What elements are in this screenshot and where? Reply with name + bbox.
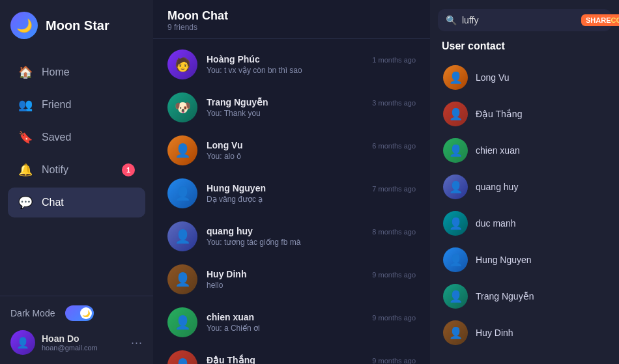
user-profile: 👤 Hoan Do hoan@gmail.com ··· — [10, 330, 143, 355]
chat-info: Đậu Thắng 9 months ago không bị sao cả — [207, 355, 416, 364]
dark-mode-label: Dark Mode — [10, 308, 55, 318]
chat-time: 9 months ago — [372, 357, 416, 364]
dark-mode-toggle[interactable]: 🌙 — [65, 305, 94, 321]
chat-name-row: Long Vu 6 months ago — [207, 140, 416, 150]
chat-name: Huy Dinh — [207, 269, 246, 279]
contact-item[interactable]: 👤 duc manh — [438, 206, 611, 241]
chat-item[interactable]: 👤 Hung Nguyen 7 months ago Dạ vâng được … — [153, 172, 430, 215]
chat-avatar: 🧑 — [167, 49, 197, 79]
chat-item[interactable]: 👤 Long Vu 6 months ago You: alo ô — [153, 129, 430, 172]
chat-info: chien xuan 9 months ago You: a Chiến ơi — [207, 312, 416, 333]
chat-time: 9 months ago — [372, 314, 416, 322]
saved-icon: 🔖 — [18, 130, 33, 145]
sharecode-logo: SHARECODE.vn — [581, 14, 619, 26]
chat-name: Hung Nguyen — [207, 183, 266, 193]
toggle-knob: 🌙 — [80, 307, 92, 319]
chat-name-row: Huy Dinh 9 months ago — [207, 269, 416, 279]
more-button[interactable]: ··· — [131, 336, 143, 350]
sidebar-item-notify[interactable]: 🔔 Notify 1 — [8, 155, 145, 185]
contact-item[interactable]: 👤 Trang Nguyễn — [438, 279, 611, 314]
contact-avatar: 👤 — [443, 138, 468, 163]
chat-info: Long Vu 6 months ago You: alo ô — [207, 140, 416, 161]
chat-name: Trang Nguyễn — [207, 97, 268, 107]
contact-section-title: User contact — [438, 38, 611, 53]
chat-msg: You: a Chiến ơi — [207, 324, 416, 333]
sidebar-item-chat[interactable]: 💬 Chat — [8, 188, 145, 217]
chat-time: 1 months ago — [372, 56, 416, 64]
sidebar-item-notify-label: Notify — [42, 164, 68, 176]
sidebar-item-friend[interactable]: 👥 Friend — [8, 90, 145, 120]
main-content: Moon Chat 9 friends 🧑 Hoàng Phúc 1 month… — [153, 0, 430, 364]
chat-name-row: Đậu Thắng 9 months ago — [207, 355, 416, 364]
chat-name-row: Hung Nguyen 7 months ago — [207, 183, 416, 193]
chat-item[interactable]: 👤 chien xuan 9 months ago You: a Chiến ơ… — [153, 301, 430, 344]
chat-item[interactable]: 🐶 Trang Nguyễn 3 months ago You: Thank y… — [153, 86, 430, 129]
chat-name: Đậu Thắng — [207, 355, 255, 364]
chat-time: 8 months ago — [372, 228, 416, 236]
chat-msg: You: t vx vậy còn bn thì sao — [207, 66, 416, 75]
contact-item[interactable]: 👤 Hoàng Phúc — [438, 352, 611, 355]
contact-item[interactable]: 👤 Đậu Thắng — [438, 96, 611, 132]
chat-item[interactable]: 👤 Đậu Thắng 9 months ago không bị sao cả — [153, 344, 430, 364]
notify-icon: 🔔 — [18, 163, 33, 177]
chat-time: 6 months ago — [372, 142, 416, 150]
contact-name: Trang Nguyễn — [476, 291, 534, 301]
chat-item[interactable]: 🧑 Hoàng Phúc 1 months ago You: t vx vậy … — [153, 43, 430, 86]
chat-name-row: Hoàng Phúc 1 months ago — [207, 54, 416, 64]
nav-items: 🏠 Home 👥 Friend 🔖 Saved 🔔 Notify 1 💬 Cha… — [0, 51, 153, 296]
friend-icon: 👥 — [18, 98, 33, 112]
chat-msg: You: tương tác giống fb mà — [207, 238, 416, 247]
avatar: 👤 — [10, 330, 35, 355]
home-icon: 🏠 — [18, 65, 33, 79]
chat-avatar: 👤 — [167, 350, 197, 364]
contact-name: Long Vu — [476, 72, 510, 83]
search-input[interactable] — [462, 15, 576, 25]
contact-avatar: 👤 — [443, 211, 468, 236]
chat-time: 7 months ago — [372, 185, 416, 193]
contact-avatar: 👤 — [443, 175, 468, 199]
chat-item[interactable]: 👤 quang huy 8 months ago You: tương tác … — [153, 215, 430, 258]
contact-item[interactable]: 👤 Long Vu — [438, 60, 611, 95]
chat-msg: You: alo ô — [207, 152, 416, 161]
chat-time: 9 months ago — [372, 271, 416, 279]
chat-item[interactable]: 👤 Huy Dinh 9 months ago hello — [153, 258, 430, 301]
chat-info: Huy Dinh 9 months ago hello — [207, 269, 416, 290]
sharecode-text: SHARECODE.vn — [586, 16, 619, 24]
chat-avatar: 👤 — [167, 178, 197, 208]
contact-item[interactable]: 👤 Huy Dinh — [438, 315, 611, 350]
chat-name: Long Vu — [207, 140, 242, 150]
chat-title: Moon Chat — [167, 9, 416, 23]
contact-avatar: 👤 — [443, 102, 468, 126]
contact-item[interactable]: 👤 chien xuan — [438, 133, 611, 168]
chat-avatar: 👤 — [167, 307, 197, 337]
chat-icon: 💬 — [18, 195, 33, 210]
chat-msg: hello — [207, 281, 416, 290]
chat-avatar: 👤 — [167, 221, 197, 251]
logo-area: 🌙 Moon Star — [0, 0, 153, 51]
sidebar-item-home[interactable]: 🏠 Home — [8, 57, 145, 87]
sidebar-item-saved[interactable]: 🔖 Saved — [8, 122, 145, 152]
notify-badge: 1 — [122, 163, 135, 176]
sidebar-item-saved-label: Saved — [42, 132, 71, 143]
user-email: hoan@gmail.com — [42, 344, 124, 352]
app-logo-icon: 🌙 — [10, 12, 38, 39]
search-bar: 🔍 SHARECODE.vn — [438, 9, 611, 31]
chat-name-row: chien xuan 9 months ago — [207, 312, 416, 322]
chat-info: Hoàng Phúc 1 months ago You: t vx vậy cò… — [207, 54, 416, 75]
contact-avatar: 👤 — [443, 320, 468, 345]
contact-item[interactable]: 👤 quang huy — [438, 169, 611, 204]
chat-avatar: 👤 — [167, 264, 197, 294]
chat-name: quang huy — [207, 226, 253, 236]
chat-header: Moon Chat 9 friends — [153, 0, 430, 39]
chat-time: 3 months ago — [372, 99, 416, 107]
chat-avatar: 👤 — [167, 135, 197, 165]
sidebar-item-friend-label: Friend — [42, 99, 71, 111]
chat-avatar: 🐶 — [167, 92, 197, 122]
chat-info: quang huy 8 months ago You: tương tác gi… — [207, 226, 416, 247]
chat-name: chien xuan — [207, 312, 254, 322]
chat-name: Hoàng Phúc — [207, 54, 260, 64]
chat-name-row: Trang Nguyễn 3 months ago — [207, 97, 416, 107]
contact-name: quang huy — [476, 182, 518, 192]
contact-name: Hung Nguyen — [476, 255, 532, 265]
contact-item[interactable]: 👤 Hung Nguyen — [438, 242, 611, 277]
